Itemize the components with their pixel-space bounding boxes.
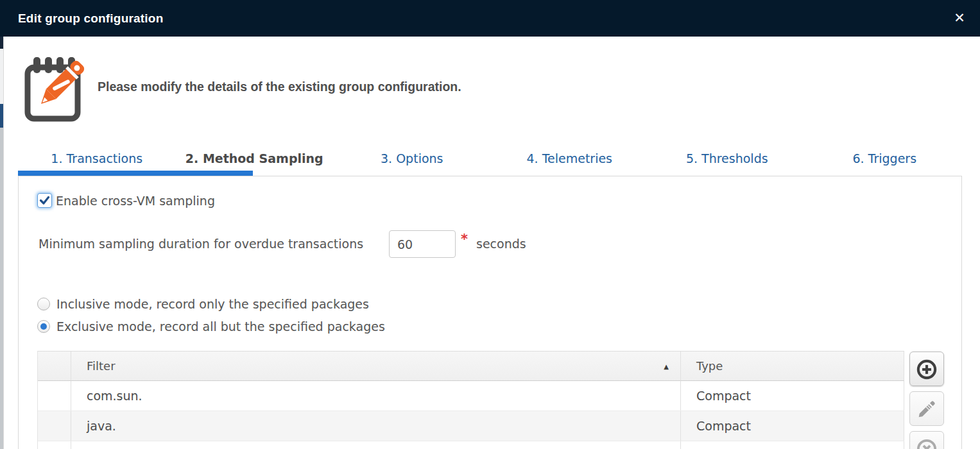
edit-filter-button[interactable]	[909, 391, 944, 426]
packages-table: Filter ▲ Type com.sun. Compact java. Com…	[37, 351, 904, 449]
row-spacer-cell	[38, 381, 71, 411]
sort-asc-icon: ▲	[664, 362, 669, 369]
row-spacer-cell	[38, 441, 71, 449]
backdrop-fragment	[0, 128, 3, 449]
required-marker: *	[461, 232, 468, 247]
type-cell: Compact	[681, 411, 904, 441]
mode-radio-group: Inclusive mode, record only the specifie…	[37, 296, 385, 341]
table-row-empty	[38, 441, 904, 449]
column-header-filter[interactable]: Filter ▲	[71, 352, 681, 381]
notepad-pencil-icon	[22, 53, 88, 125]
exclusive-mode-row: Exclusive mode, record all but the speci…	[37, 318, 385, 335]
table-header-row: Filter ▲ Type	[38, 352, 904, 381]
filter-cell: com.sun.	[71, 381, 681, 411]
tab-method-sampling[interactable]: 2. Method Sampling	[176, 147, 334, 170]
remove-filter-button[interactable]	[909, 431, 944, 449]
add-filter-button[interactable]	[909, 352, 944, 386]
close-icon[interactable]: ✕	[945, 0, 974, 37]
table-action-buttons	[909, 352, 944, 449]
table-header-spacer	[38, 352, 71, 381]
table-row[interactable]: com.sun. Compact	[38, 381, 904, 411]
tab-thresholds[interactable]: 5. Thresholds	[648, 147, 806, 170]
intro-message: Please modify the details of the existin…	[98, 80, 461, 94]
checkmark-icon	[39, 194, 51, 207]
tab-triggers[interactable]: 6. Triggers	[806, 147, 964, 170]
backdrop-fragment	[0, 37, 3, 49]
duration-unit: seconds	[476, 237, 526, 251]
tab-telemetries[interactable]: 4. Telemetries	[491, 147, 649, 170]
tab-transactions[interactable]: 1. Transactions	[18, 147, 176, 170]
inclusive-mode-radio[interactable]	[37, 298, 50, 310]
exclusive-mode-label: Exclusive mode, record all but the speci…	[56, 319, 385, 334]
column-header-type[interactable]: Type	[681, 352, 904, 381]
table-body: com.sun. Compact java. Compact	[38, 381, 904, 449]
dialog-header: Edit group configuration ✕	[0, 0, 980, 37]
type-cell: Compact	[681, 381, 904, 411]
type-header-label: Type	[696, 359, 723, 373]
enable-cross-vm-checkbox[interactable]	[37, 193, 52, 208]
filter-cell: java.	[71, 411, 681, 441]
filter-cell	[71, 441, 681, 449]
inclusive-mode-row: Inclusive mode, record only the specifie…	[37, 296, 385, 312]
table-row[interactable]: java. Compact	[38, 411, 904, 441]
wizard-tabs: 1. Transactions 2. Method Sampling 3. Op…	[18, 147, 963, 170]
dialog-title: Edit group configuration	[18, 12, 163, 26]
inclusive-mode-label: Inclusive mode, record only the specifie…	[56, 297, 369, 311]
duration-input[interactable]	[389, 230, 456, 258]
active-tab-indicator	[18, 171, 253, 176]
backdrop-fragment	[0, 104, 3, 128]
exclusive-mode-radio[interactable]	[37, 320, 50, 333]
pencil-icon	[915, 413, 938, 423]
page-behind-modal-strip	[0, 37, 4, 449]
type-cell	[681, 441, 904, 449]
filter-header-label: Filter	[87, 359, 116, 373]
method-sampling-panel: Enable cross-VM sampling Minimum samplin…	[18, 176, 962, 449]
enable-cross-vm-row: Enable cross-VM sampling	[37, 193, 215, 208]
edit-group-configuration-dialog: Edit group configuration ✕ Please modify…	[0, 0, 980, 449]
tab-options[interactable]: 3. Options	[333, 147, 491, 170]
row-spacer-cell	[38, 411, 71, 441]
enable-cross-vm-label: Enable cross-VM sampling	[56, 194, 215, 208]
circled-plus-icon	[915, 374, 939, 384]
duration-label: Minimum sampling duration for overdue tr…	[39, 237, 363, 251]
